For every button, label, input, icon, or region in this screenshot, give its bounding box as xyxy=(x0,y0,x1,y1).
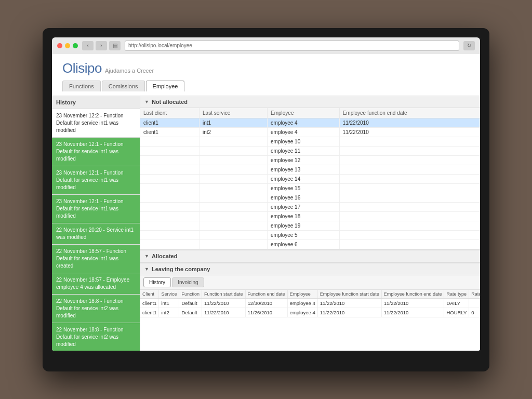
not-allocated-row[interactable]: employee 15 xyxy=(140,183,480,193)
not-allocated-row[interactable]: employee 5 xyxy=(140,230,480,240)
leaving-row[interactable]: client1 int1 Default 11/22/2010 12/30/20… xyxy=(140,298,480,308)
not-allocated-row[interactable]: client1 int1 employee 4 11/22/2010 xyxy=(140,118,480,127)
cell-employee: employee 18 xyxy=(267,211,339,221)
cell-end-date xyxy=(339,174,480,183)
tab-comissions[interactable]: Comissions xyxy=(102,81,145,91)
cell-last-client xyxy=(140,240,200,249)
not-allocated-header[interactable]: ▼ Not allocated xyxy=(140,96,480,108)
cell-end-date xyxy=(339,146,480,155)
cell-service: int1 xyxy=(159,298,179,308)
leaving-table: Client Service Function Function start d… xyxy=(140,290,480,317)
cell-rate-val xyxy=(469,298,480,308)
not-allocated-label: Not allocated xyxy=(152,99,188,105)
tab-employee[interactable]: Employee xyxy=(146,81,185,91)
cell-last-service xyxy=(200,240,268,249)
cell-end-date xyxy=(339,211,480,221)
cell-end-date xyxy=(339,165,480,174)
cell-fn-end: 12/30/2010 xyxy=(245,298,287,308)
tab-functions[interactable]: Functions xyxy=(62,81,101,91)
history-item-4[interactable]: 22 November 20:20 - Service int1 was mod… xyxy=(52,223,140,245)
col-client: Client xyxy=(140,290,159,299)
cell-last-client xyxy=(140,193,200,202)
cell-service: int2 xyxy=(159,308,179,317)
history-panel: History 23 November 12:2 - Function Defa… xyxy=(52,96,140,351)
not-allocated-row[interactable]: employee 13 xyxy=(140,165,480,174)
cell-last-client xyxy=(140,165,200,174)
col-emp-end-date: Employee function end date xyxy=(339,108,480,118)
col-last-service: Last service xyxy=(200,108,268,118)
sub-tab-history[interactable]: History xyxy=(143,277,171,287)
col-service: Service xyxy=(159,290,179,299)
history-item-3[interactable]: 23 November 12:1 - Function Default for … xyxy=(52,195,140,223)
cell-end-date: 11/22/2010 xyxy=(339,127,480,137)
cell-last-service xyxy=(200,174,268,183)
cell-fn-end: 11/26/2010 xyxy=(245,308,287,317)
not-allocated-row[interactable]: employee 6 xyxy=(140,240,480,249)
history-item-0[interactable]: 23 November 12:2 - Function Default for … xyxy=(52,109,140,138)
allocated-header[interactable]: ▼ Allocated xyxy=(140,250,480,262)
url-text: http://olisipo.local/employee xyxy=(128,43,192,48)
cell-employee: employee 19 xyxy=(267,221,339,230)
cell-function: Default xyxy=(179,298,202,308)
cell-employee: employee 4 xyxy=(267,118,339,127)
close-button[interactable] xyxy=(57,43,62,48)
history-item-1[interactable]: 23 November 12:1 - Function Default for … xyxy=(52,138,140,166)
not-allocated-row[interactable]: employee 10 xyxy=(140,137,480,146)
not-allocated-row[interactable]: employee 12 xyxy=(140,155,480,165)
not-allocated-row[interactable]: client1 int2 employee 4 11/22/2010 xyxy=(140,127,480,137)
back-button[interactable]: ‹ xyxy=(82,41,94,50)
cell-emp-fn-end: 11/22/2010 xyxy=(381,298,444,308)
sub-tab-invoicing[interactable]: Invoicing xyxy=(172,277,204,287)
forward-button[interactable]: › xyxy=(96,41,107,50)
refresh-icon[interactable]: ↻ xyxy=(463,41,475,50)
minimize-button[interactable] xyxy=(65,43,70,48)
main-tabs: Functions Comissions Employee xyxy=(62,81,470,91)
app-header: Olisipo Ajudamos a Crecer Functions Comi… xyxy=(52,54,480,96)
leaving-section: ▼ Leaving the company History Invoicing … xyxy=(140,262,480,317)
not-allocated-row[interactable]: employee 14 xyxy=(140,174,480,183)
cell-last-service: int1 xyxy=(200,118,268,127)
col-emp: Employee xyxy=(287,290,317,299)
address-bar[interactable]: http://olisipo.local/employee xyxy=(125,41,459,51)
logo-tagline: Ajudamos a Crecer xyxy=(105,68,154,74)
maximize-button[interactable] xyxy=(73,43,78,48)
cell-last-service xyxy=(200,202,268,211)
cell-end-date xyxy=(339,183,480,193)
cell-client: client1 xyxy=(140,308,159,317)
history-item-8[interactable]: 22 November 18:8 - Function Default for … xyxy=(52,323,140,351)
cell-end-date xyxy=(339,230,480,240)
browser-nav: ‹ › ▤ xyxy=(82,41,121,50)
not-allocated-row[interactable]: employee 18 xyxy=(140,211,480,221)
cell-last-client xyxy=(140,211,200,221)
cell-employee: employee 15 xyxy=(267,183,339,193)
cell-last-client xyxy=(140,174,200,183)
history-item-6[interactable]: 22 November 18:57 - Employee employee 4 … xyxy=(52,273,140,295)
browser-chrome: ‹ › ▤ http://olisipo.local/employee ↻ xyxy=(52,37,480,54)
cell-last-service: int2 xyxy=(200,127,268,137)
main-content: History 23 November 12:2 - Function Defa… xyxy=(52,96,480,351)
cell-end-date xyxy=(339,193,480,202)
not-allocated-row[interactable]: employee 17 xyxy=(140,202,480,211)
not-allocated-table: Last client Last service Employee Employ… xyxy=(140,108,480,249)
cell-last-service xyxy=(200,230,268,240)
history-item-7[interactable]: 22 November 18:8 - Function Default for … xyxy=(52,295,140,323)
not-allocated-row[interactable]: employee 16 xyxy=(140,193,480,202)
history-item-5[interactable]: 22 November 18:57 - Function Default for… xyxy=(52,245,140,273)
leaving-row[interactable]: client1 int2 Default 11/22/2010 11/26/20… xyxy=(140,308,480,317)
col-emp-fn-end: Employee function end date xyxy=(381,290,444,299)
col-fn-end: Function end date xyxy=(245,290,287,299)
not-allocated-row[interactable]: employee 19 xyxy=(140,221,480,230)
history-header: History xyxy=(52,96,140,109)
cell-last-service xyxy=(200,165,268,174)
cell-employee: employee 4 xyxy=(267,127,339,137)
right-panel: ▼ Not allocated Last client Last service… xyxy=(140,96,480,351)
cell-last-client xyxy=(140,202,200,211)
history-item-2[interactable]: 23 November 12:1 - Function Default for … xyxy=(52,166,140,195)
logo-area: Olisipo Ajudamos a Crecer xyxy=(62,60,470,76)
leaving-header[interactable]: ▼ Leaving the company xyxy=(140,263,480,275)
not-allocated-row[interactable]: employee 11 xyxy=(140,146,480,155)
cell-end-date xyxy=(339,202,480,211)
cell-emp-fn-start: 11/22/2010 xyxy=(317,298,381,308)
cell-rate-type: HOURLY xyxy=(444,308,469,317)
col-rate-type: Rate type xyxy=(444,290,469,299)
